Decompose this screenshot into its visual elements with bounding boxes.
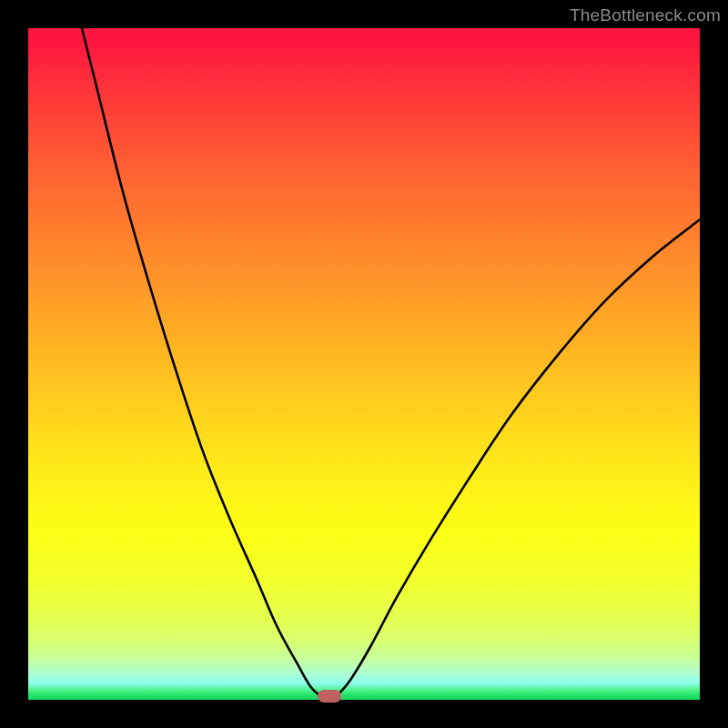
- optimal-point-marker: [318, 690, 341, 703]
- curve-right-branch: [338, 219, 701, 695]
- chart-frame: TheBottleneck.com: [0, 0, 728, 728]
- bottleneck-curve: [0, 0, 728, 728]
- curve-left-branch: [82, 28, 320, 696]
